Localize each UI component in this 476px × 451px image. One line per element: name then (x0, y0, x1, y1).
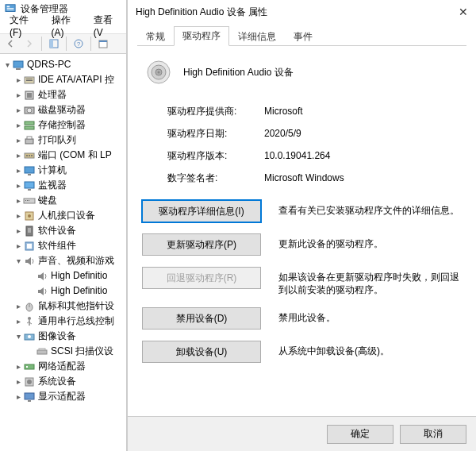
tree-item[interactable]: ▸通用串行总线控制 (2, 314, 126, 329)
tab-0[interactable]: 常规 (137, 27, 174, 46)
keyboard-icon (23, 195, 36, 207)
tree-label: 软件组件 (38, 238, 76, 253)
dm-menubar: 文件(F) 操作(A) 查看(V (0, 17, 126, 33)
svg-rect-56 (28, 400, 31, 402)
action-button-3[interactable]: 禁用设备(D) (142, 307, 261, 330)
tree-label: 网络适配器 (38, 359, 86, 374)
tree-label: 键盘 (38, 193, 57, 208)
device-tree[interactable]: ▾QDRS-PC▸IDE ATA/ATAPI 控▸处理器▸磁盘驱动器▸存储控制器… (0, 54, 126, 407)
action-button-4[interactable]: 卸载设备(U) (142, 341, 261, 363)
info-label: 驱动程序日期: (167, 127, 264, 141)
info-label: 数字签名者: (167, 172, 264, 185)
speaker-icon (36, 270, 48, 283)
cpu-icon (23, 89, 36, 102)
tree-item[interactable]: ▸系统设备 (2, 374, 126, 389)
tree-item[interactable]: ▸监视器 (2, 178, 126, 193)
tree-child-item[interactable]: SCSI 扫描仪设 (2, 344, 126, 359)
tree-label: High Definitio (51, 283, 107, 299)
toolbar-properties-button[interactable] (94, 35, 112, 52)
svg-rect-27 (25, 167, 34, 173)
tree-item[interactable]: ▸鼠标和其他指针设 (2, 299, 126, 314)
tree-label: High Definitio (51, 268, 107, 283)
mouse-icon (23, 300, 36, 313)
tree-label: SCSI 扫描仪设 (51, 344, 113, 359)
info-label: 驱动程序提供商: (167, 105, 264, 118)
tree-item[interactable]: ▸软件设备 (2, 223, 126, 238)
tree-label: 图像设备 (38, 329, 76, 344)
tree-item[interactable]: ▸存储控制器 (2, 118, 126, 133)
tree-item[interactable]: ▸端口 (COM 和 LP (2, 148, 126, 163)
tree-item[interactable]: ▸人机接口设备 (2, 208, 126, 223)
svg-rect-52 (26, 366, 28, 368)
svg-rect-30 (28, 189, 31, 191)
info-value: Microsoft Windows (264, 172, 344, 183)
dlg-footer: 确定 取消 (128, 416, 476, 451)
tree-item[interactable]: ▾声音、视频和游戏 (2, 253, 126, 268)
tab-1[interactable]: 驱动程序 (174, 26, 229, 46)
tree-label: 打印队列 (38, 133, 76, 148)
toolbar-separator (90, 37, 91, 51)
svg-rect-13 (26, 79, 33, 79)
tree-item[interactable]: ▸打印队列 (2, 133, 126, 148)
svg-rect-20 (25, 126, 34, 129)
ok-button[interactable]: 确定 (327, 425, 393, 444)
toolbar-help-button[interactable]: ? (70, 35, 87, 52)
action-button-1[interactable]: 更新驱动程序(P) (142, 233, 261, 256)
svg-rect-19 (25, 121, 34, 125)
toolbar-forward-button[interactable] (21, 35, 38, 52)
device-header: High Definition Audio 设备 (142, 56, 462, 100)
toolbar-separator (66, 37, 67, 51)
tree-label: 软件设备 (38, 223, 76, 238)
toolbar-show-hide-button[interactable] (45, 35, 63, 52)
tree-item[interactable]: ▸处理器 (2, 87, 126, 102)
tree-label: 鼠标和其他指针设 (38, 299, 114, 314)
tree-root[interactable]: ▾QDRS-PC (2, 57, 126, 72)
tab-2[interactable]: 详细信息 (229, 27, 285, 46)
svg-rect-29 (25, 182, 34, 188)
tree-item[interactable]: ▸显示适配器 (2, 389, 126, 404)
action-desc: 如果该设备在更新驱动程序时失败，则回退到以前安装的驱动程序。 (278, 267, 462, 296)
svg-rect-9 (99, 40, 107, 42)
tree-item[interactable]: ▸软件组件 (2, 238, 126, 253)
dlg-body: 常规驱动程序详细信息事件 High Definition Audio 设备 驱动… (128, 24, 476, 416)
softcomp-icon (23, 240, 36, 252)
speaker-icon (36, 285, 48, 298)
info-row: 驱动程序日期:2020/5/9 (167, 122, 462, 145)
tree-item[interactable]: ▸网络适配器 (2, 359, 126, 374)
svg-rect-38 (28, 228, 31, 233)
svg-rect-21 (25, 139, 33, 144)
system-icon (23, 376, 36, 388)
tree-child-item[interactable]: High Definitio (2, 268, 126, 283)
action-row: 禁用设备(D)禁用此设备。 (142, 307, 462, 330)
driver-buttons-area: 驱动程序详细信息(I)查看有关已安装驱动程序文件的详细信息。更新驱动程序(P)更… (142, 200, 462, 363)
cancel-button[interactable]: 取消 (400, 425, 466, 444)
close-icon[interactable]: ✕ (459, 6, 468, 18)
disk-icon (23, 104, 36, 117)
tree-label: 显示适配器 (38, 389, 86, 404)
tree-label: 存储控制器 (38, 118, 86, 133)
svg-rect-28 (28, 174, 31, 175)
properties-dialog: High Definition Audio 设备 属性 ✕ 常规驱动程序详细信息… (127, 0, 476, 451)
action-button-0[interactable]: 驱动程序详细信息(I) (142, 200, 261, 222)
svg-point-26 (31, 155, 33, 156)
tab-3[interactable]: 事件 (285, 27, 321, 46)
svg-point-36 (28, 214, 31, 218)
svg-rect-11 (16, 68, 21, 70)
tree-item[interactable]: ▸计算机 (2, 163, 126, 178)
tree-item[interactable]: ▸磁盘驱动器 (2, 102, 126, 118)
svg-point-25 (29, 155, 30, 156)
ide-icon (23, 74, 36, 87)
tree-item[interactable]: ▸键盘 (2, 193, 126, 208)
tree-item[interactable]: ▾图像设备 (2, 329, 126, 344)
info-row: 数字签名者:Microsoft Windows (167, 167, 462, 189)
computer-icon (23, 164, 36, 177)
driver-info-grid: 驱动程序提供商:Microsoft驱动程序日期:2020/5/9驱动程序版本:1… (142, 100, 462, 189)
toolbar-back-button[interactable] (2, 35, 19, 52)
action-desc: 从系统中卸载设备(高级)。 (278, 341, 462, 357)
tree-item[interactable]: ▸IDE ATA/ATAPI 控 (2, 72, 126, 87)
svg-rect-33 (27, 200, 28, 201)
tree-child-item[interactable]: High Definitio (2, 283, 126, 299)
sound-icon (23, 255, 36, 268)
svg-point-60 (158, 71, 160, 74)
svg-rect-40 (27, 244, 32, 249)
